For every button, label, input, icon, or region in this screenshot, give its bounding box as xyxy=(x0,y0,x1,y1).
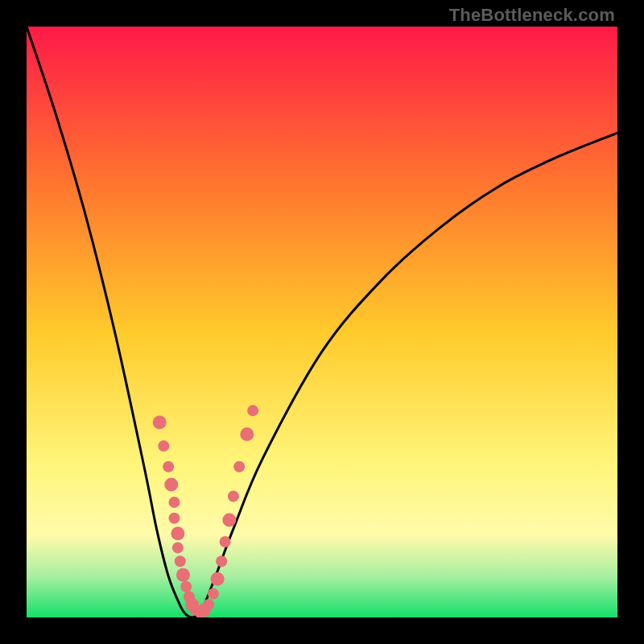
data-dot xyxy=(176,568,190,582)
data-dot xyxy=(164,477,178,491)
bottleneck-curve xyxy=(27,27,617,617)
data-dot xyxy=(228,491,239,502)
data-dot xyxy=(211,572,225,586)
watermark-text: TheBottleneck.com xyxy=(449,5,615,26)
chart-svg xyxy=(27,27,617,617)
data-dot xyxy=(153,415,167,429)
data-dot xyxy=(169,513,180,524)
data-dot xyxy=(158,440,169,452)
data-dot xyxy=(175,555,186,567)
data-dot xyxy=(180,581,192,592)
data-dot xyxy=(171,526,184,540)
data-dot xyxy=(203,599,214,610)
data-dot xyxy=(233,461,245,473)
data-dot xyxy=(163,461,174,473)
data-dot xyxy=(169,497,180,508)
outer-frame: TheBottleneck.com xyxy=(0,0,644,644)
plot-area xyxy=(27,27,617,617)
data-dot xyxy=(240,427,254,441)
data-dot xyxy=(222,513,236,526)
data-dot xyxy=(208,588,219,600)
data-dots xyxy=(153,405,258,617)
data-dot xyxy=(247,405,258,416)
data-dot xyxy=(216,555,227,567)
data-dot xyxy=(172,542,184,553)
data-dot xyxy=(220,536,231,547)
